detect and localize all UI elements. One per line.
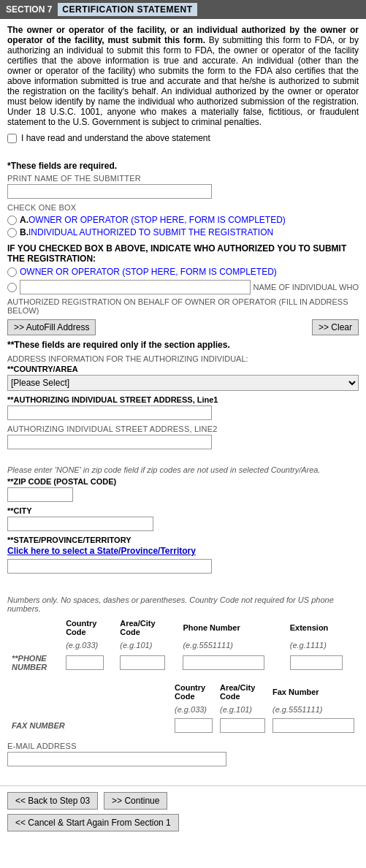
phone-ext-input[interactable] bbox=[290, 655, 343, 670]
phone-col-number: Phone Number bbox=[180, 617, 285, 638]
box-b-section: IF YOU CHECKED BOX B ABOVE, INDICATE WHO… bbox=[7, 243, 359, 766]
phone-col-ext: Extension bbox=[287, 617, 357, 638]
fax-col-country: Country Code bbox=[172, 682, 216, 702]
fax-example-area: (e.g.101) bbox=[217, 704, 268, 715]
option-a-row: A.OWNER OR OPERATOR (STOP HERE, FORM IS … bbox=[7, 215, 359, 225]
phone-example-number: (e.g.5551111) bbox=[180, 639, 285, 651]
state-label: **STATE/PROVINCE/TERRITORY bbox=[7, 536, 359, 544]
section-title: CERTIFICATION STATEMENT bbox=[58, 3, 197, 16]
city-input[interactable] bbox=[7, 517, 153, 531]
autofill-button[interactable]: >> AutoFill Address bbox=[7, 319, 96, 335]
street2-input[interactable] bbox=[7, 435, 212, 449]
print-name-label: PRINT NAME OF THE SUBMITTER bbox=[7, 174, 359, 183]
individual-name-input[interactable] bbox=[20, 280, 251, 294]
box-b-header: IF YOU CHECKED BOX B ABOVE, INDICATE WHO… bbox=[7, 243, 359, 264]
phone-example-ext: (e.g.1111) bbox=[287, 639, 357, 651]
required-fields-note: **These fields are required only if the … bbox=[7, 340, 359, 350]
phone-area-input[interactable] bbox=[120, 655, 165, 670]
print-name-field: PRINT NAME OF THE SUBMITTER bbox=[7, 174, 359, 199]
fax-country-input[interactable] bbox=[175, 718, 213, 733]
zip-note: Please enter 'NONE' in zip code field if… bbox=[7, 465, 359, 474]
option-b-row: B.INDIVIDUAL AUTHORIZED TO SUBMIT THE RE… bbox=[7, 227, 359, 237]
zip-field: **ZIP CODE (POSTAL CODE) bbox=[7, 477, 359, 502]
agree-checkbox-row: I have read and understand the above sta… bbox=[7, 133, 359, 143]
cancel-button[interactable]: << Cancel & Start Again From Section 1 bbox=[7, 814, 179, 831]
check-one-box-section: CHECK ONE BOX A.OWNER OR OPERATOR (STOP … bbox=[7, 203, 359, 237]
phone-example-country: (e.g.033) bbox=[63, 639, 115, 651]
name-individual-row: NAME OF INDIVIDUAL WHO bbox=[7, 280, 359, 294]
owner-operator-option-row: OWNER OR OPERATOR (STOP HERE, FORM IS CO… bbox=[7, 267, 359, 277]
clear-button[interactable]: >> Clear bbox=[312, 319, 359, 335]
intro-text: The owner or operator of the facility, o… bbox=[7, 25, 359, 127]
required-note: *These fields are required. bbox=[7, 161, 359, 171]
fax-label: FAX NUMBER bbox=[9, 717, 170, 734]
country-field: **COUNTRY/AREA [Please Select] bbox=[7, 365, 359, 391]
fax-area-input[interactable] bbox=[220, 718, 265, 733]
phone-table: Country Code Area/City Code Phone Number… bbox=[7, 616, 359, 674]
phone-note: Numbers only. No spaces, dashes or paren… bbox=[7, 595, 359, 613]
country-select[interactable]: [Please Select] bbox=[7, 375, 359, 391]
phone-example-area: (e.g.101) bbox=[117, 639, 178, 651]
email-field: E-MAIL ADDRESS bbox=[7, 742, 359, 766]
fax-example-country: (e.g.033) bbox=[172, 704, 216, 715]
authorized-note: AUTHORIZED REGISTRATION ON BEHALF OF OWN… bbox=[7, 297, 359, 315]
zip-input[interactable] bbox=[7, 487, 73, 502]
fax-table: Country Code Area/City Code Fax Number (… bbox=[7, 680, 359, 736]
street1-input[interactable] bbox=[7, 406, 212, 420]
nav-row-1: << Back to Step 03 >> Continue bbox=[7, 792, 359, 810]
state-field: **STATE/PROVINCE/TERRITORY Click here to… bbox=[7, 536, 359, 574]
section-header: SECTION 7 CERTIFICATION STATEMENT bbox=[0, 0, 366, 19]
street2-label: AUTHORIZING INDIVIDUAL STREET ADDRESS, L… bbox=[7, 425, 359, 433]
street1-label: **AUTHORIZING INDIVIDUAL STREET ADDRESS,… bbox=[7, 395, 359, 404]
name-of-individual-label: NAME OF INDIVIDUAL WHO bbox=[253, 283, 359, 292]
radio-group-ab: A.OWNER OR OPERATOR (STOP HERE, FORM IS … bbox=[7, 215, 359, 237]
phone-number-input[interactable] bbox=[183, 655, 264, 670]
fax-number-input[interactable] bbox=[272, 718, 354, 733]
phone-country-input[interactable] bbox=[66, 655, 104, 670]
phone-col-country: Country Code bbox=[63, 617, 115, 638]
email-label: E-MAIL ADDRESS bbox=[7, 742, 359, 750]
phone-label: **PHONE NUMBER bbox=[9, 652, 61, 673]
auth-owner-radio[interactable] bbox=[7, 267, 17, 277]
agree-checkbox[interactable] bbox=[7, 134, 17, 143]
zip-label: **ZIP CODE (POSTAL CODE) bbox=[7, 477, 359, 486]
bottom-nav: << Back to Step 03 >> Continue << Cancel… bbox=[0, 785, 366, 842]
autofill-row: >> AutoFill Address >> Clear bbox=[7, 319, 359, 335]
nav-row-2: << Cancel & Start Again From Section 1 bbox=[7, 814, 359, 831]
state-input[interactable] bbox=[7, 559, 212, 574]
agree-label: I have read and understand the above sta… bbox=[21, 133, 210, 143]
fax-col-area: Area/City Code bbox=[217, 682, 268, 702]
fax-example-number: (e.g.5551111) bbox=[270, 704, 357, 715]
state-link[interactable]: Click here to select a State/Province/Te… bbox=[7, 546, 196, 556]
email-input[interactable] bbox=[7, 752, 226, 766]
city-field: **CITY bbox=[7, 506, 359, 531]
option-b-radio[interactable] bbox=[7, 228, 17, 237]
auth-individual-radio[interactable] bbox=[7, 283, 17, 292]
city-label: **CITY bbox=[7, 506, 359, 515]
check-one-box-label: CHECK ONE BOX bbox=[7, 203, 359, 212]
street2-field: AUTHORIZING INDIVIDUAL STREET ADDRESS, L… bbox=[7, 425, 359, 449]
country-label: **COUNTRY/AREA bbox=[7, 365, 359, 373]
back-button[interactable]: << Back to Step 03 bbox=[7, 792, 98, 810]
continue-button[interactable]: >> Continue bbox=[104, 792, 167, 810]
print-name-input[interactable] bbox=[7, 184, 212, 199]
section-label: SECTION 7 bbox=[6, 4, 52, 15]
fax-col-number: Fax Number bbox=[270, 682, 357, 702]
phone-col-area: Area/City Code bbox=[117, 617, 178, 638]
option-a-radio[interactable] bbox=[7, 216, 17, 225]
address-info-label: ADDRESS INFORMATION FOR THE AUTHORIZING … bbox=[7, 354, 359, 363]
option-b-label: B.INDIVIDUAL AUTHORIZED TO SUBMIT THE RE… bbox=[20, 227, 273, 237]
street1-field: **AUTHORIZING INDIVIDUAL STREET ADDRESS,… bbox=[7, 395, 359, 420]
auth-owner-label: OWNER OR OPERATOR (STOP HERE, FORM IS CO… bbox=[20, 267, 277, 277]
option-a-label: A.OWNER OR OPERATOR (STOP HERE, FORM IS … bbox=[20, 215, 286, 225]
